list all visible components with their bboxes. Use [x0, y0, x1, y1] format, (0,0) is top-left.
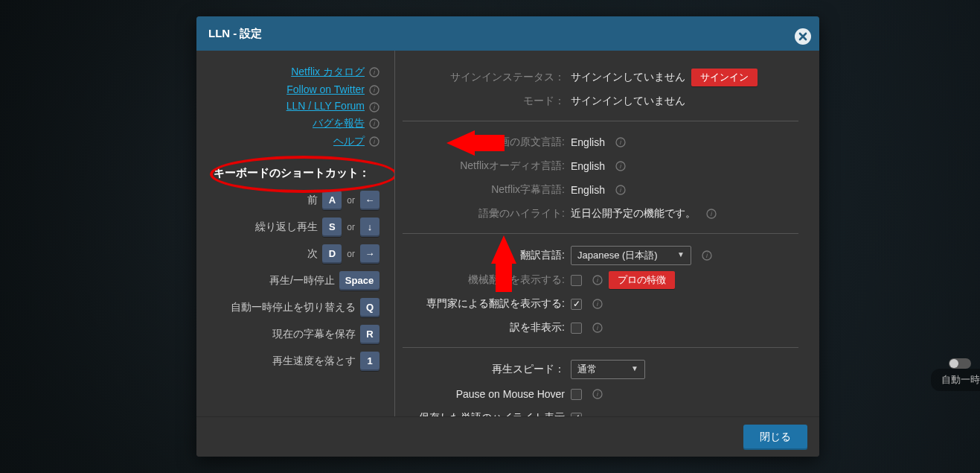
or-separator: or — [346, 249, 356, 259]
row-pause-on-hover: Pause on Mouse Hover i — [403, 385, 798, 403]
row-original-language: 映画の原文言語: Englishi — [403, 133, 798, 151]
row-translation-language: 翻訳言語: Japanese (日本語) i — [403, 246, 798, 265]
expert-translation-label: 専門家による翻訳を表示する: — [403, 297, 571, 311]
info-icon[interactable]: i — [615, 161, 626, 171]
translation-language-label: 翻訳言語: — [403, 249, 571, 262]
svg-text:i: i — [374, 120, 376, 127]
svg-text:i: i — [620, 139, 622, 146]
signin-status-label: サインインステータス： — [403, 71, 571, 84]
hide-translation-label: 訳を非表示: — [403, 321, 571, 334]
info-icon: i — [369, 85, 379, 95]
subtitle-language-value: English — [571, 184, 605, 196]
shortcut-label: 前 — [307, 194, 318, 207]
keyboard-title: キーボードのショートカット： — [204, 166, 379, 180]
row-hide-translation: 訳を非表示: i — [403, 319, 798, 337]
info-icon[interactable]: i — [615, 185, 626, 195]
info-icon: i — [369, 67, 379, 77]
saved-words-label: 保存した単語のハイライト表示 — [403, 411, 571, 416]
info-icon[interactable]: i — [706, 209, 717, 219]
key-q: Q — [360, 298, 379, 317]
links-section: Netflix カタログi Follow on Twitteri LLN / L… — [204, 66, 379, 148]
row-expert-translation: 専門家による翻訳を表示する: i — [403, 295, 798, 313]
row-saved-words-highlight: 保存した単語のハイライト表示 — [403, 409, 798, 416]
svg-text:i: i — [597, 300, 599, 308]
shortcut-row-save-sub: 現在の字幕を保存 R — [204, 325, 379, 344]
keyboard-shortcuts-heading: キーボードのショートカット： — [204, 166, 379, 180]
or-separator: or — [346, 222, 356, 232]
audio-language-value: English — [571, 160, 605, 172]
mode-value: サインインしていません — [571, 95, 685, 108]
svg-text:i: i — [620, 162, 622, 170]
link-help[interactable]: ヘルプ — [333, 135, 365, 147]
playback-speed-select[interactable]: 通常 — [571, 360, 645, 379]
modal-header: LLN - 設定 — [196, 16, 819, 51]
machine-translation-label: 機械翻訳を表示する: — [403, 273, 571, 287]
original-language-label: 映画の原文言語: — [403, 136, 571, 149]
row-playback-speed: 再生スピード： 通常 — [403, 360, 798, 379]
translation-language-select[interactable]: Japanese (日本語) — [571, 246, 691, 265]
close-button[interactable]: 閉じる — [743, 425, 807, 450]
pause-on-hover-checkbox[interactable] — [571, 389, 582, 400]
info-icon[interactable]: i — [615, 137, 626, 147]
svg-text:i: i — [597, 276, 599, 284]
row-audio-language: Netflixオーディオ言語: Englishi — [403, 157, 798, 175]
info-icon[interactable]: i — [592, 389, 603, 399]
expert-translation-checkbox[interactable] — [571, 299, 582, 310]
playback-speed-value: 通常 — [577, 363, 597, 376]
svg-text:i: i — [374, 138, 376, 145]
info-icon[interactable]: i — [592, 275, 603, 285]
original-language-value: English — [571, 136, 605, 148]
key-a: A — [322, 191, 342, 210]
shortcut-row-playpause: 再生/一時停止 Space — [204, 271, 379, 291]
translation-language-value: Japanese (日本語) — [577, 249, 658, 262]
shortcut-row-prev: 前 A or ← — [204, 191, 379, 210]
key-r: R — [360, 325, 379, 344]
vocab-highlight-value: 近日公開予定の機能です。 — [571, 207, 696, 220]
mode-label: モード： — [403, 95, 571, 108]
row-machine-translation: 機械翻訳を表示する: i プロの特徴 — [403, 271, 798, 289]
svg-text:i: i — [711, 210, 713, 218]
subtitle-language-label: Netflix字幕言語: — [403, 183, 571, 197]
info-icon: i — [369, 118, 379, 129]
info-icon[interactable]: i — [592, 323, 603, 333]
modal-body: Netflix カタログi Follow on Twitteri LLN / L… — [196, 51, 819, 416]
divider — [403, 233, 798, 234]
info-icon: i — [369, 136, 379, 147]
machine-translation-checkbox[interactable] — [571, 275, 582, 286]
key-d: D — [322, 244, 342, 264]
svg-text:i: i — [597, 324, 599, 331]
svg-text:i: i — [620, 186, 622, 194]
key-left: ← — [360, 191, 379, 210]
audio-language-label: Netflixオーディオ言語: — [403, 159, 571, 173]
signin-button[interactable]: サインイン — [691, 69, 758, 86]
shortcut-label: 再生/一時停止 — [269, 274, 335, 288]
svg-text:i: i — [597, 390, 599, 398]
link-report-bug[interactable]: バグを報告 — [313, 117, 365, 129]
key-down: ↓ — [360, 218, 379, 237]
pro-badge[interactable]: プロの特徴 — [609, 271, 675, 289]
or-separator: or — [346, 195, 356, 206]
link-netflix-catalog[interactable]: Netflix カタログ — [291, 66, 365, 77]
row-signin-status: サインインステータス： サインインしていません サインイン — [403, 69, 798, 86]
modal-title: LLN - 設定 — [208, 27, 263, 39]
hide-translation-checkbox[interactable] — [571, 323, 582, 334]
shortcut-label: 再生速度を落とす — [272, 355, 356, 368]
close-icon[interactable] — [794, 25, 812, 42]
row-subtitle-language: Netflix字幕言語: Englishi — [403, 181, 798, 199]
info-icon[interactable]: i — [702, 250, 712, 261]
shortcut-label: 次 — [307, 247, 318, 261]
link-forum[interactable]: LLN / LLY Forum — [286, 100, 365, 112]
shortcut-row-toggle-auto: 自動一時停止を切り替える Q — [204, 298, 379, 317]
info-icon[interactable]: i — [592, 299, 603, 309]
row-vocab-highlight: 語彙のハイライト: 近日公開予定の機能です。i — [403, 205, 798, 223]
saved-words-checkbox[interactable] — [571, 413, 582, 417]
shortcut-label: 自動一時停止を切り替える — [231, 301, 356, 314]
autoplay-toggle[interactable] — [949, 358, 971, 369]
left-pane: Netflix カタログi Follow on Twitteri LLN / L… — [196, 51, 394, 416]
row-mode: モード： サインインしていません — [403, 92, 798, 110]
key-right: → — [360, 244, 379, 264]
playback-speed-label: 再生スピード： — [403, 363, 571, 376]
svg-text:i: i — [374, 104, 376, 111]
key-space: Space — [339, 271, 379, 291]
link-twitter[interactable]: Follow on Twitter — [286, 83, 365, 95]
